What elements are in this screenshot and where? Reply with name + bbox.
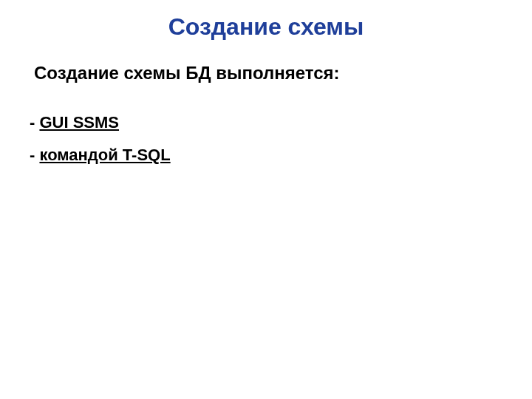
bullet-item: - GUI SSMS [30, 113, 502, 132]
bullet-dash: - [30, 113, 39, 132]
bullet-link-gui-ssms[interactable]: GUI SSMS [39, 113, 119, 132]
bullet-item: - командой T-SQL [30, 146, 502, 165]
slide-subtitle: Создание схемы БД выполняется: [34, 63, 502, 83]
bullet-dash: - [30, 146, 39, 164]
slide: Создание схемы Создание схемы БД выполня… [0, 0, 532, 399]
bullet-link-tsql[interactable]: командой T-SQL [39, 146, 170, 164]
slide-title: Создание схемы [30, 13, 502, 41]
